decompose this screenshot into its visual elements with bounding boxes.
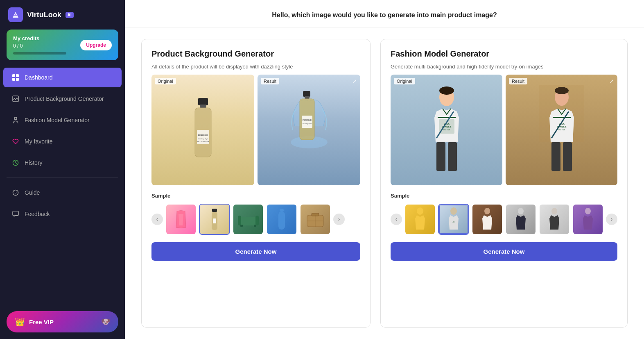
- sidebar-header: VirtuLook AI: [0, 0, 125, 30]
- svg-rect-27: [239, 217, 258, 225]
- greeting-text: Hello, which image would you like to gen…: [141, 11, 628, 19]
- product-thumb-5[interactable]: [300, 204, 331, 235]
- favorite-icon: [11, 137, 20, 146]
- product-original-image: Original PERFUME Dazzling Style EAU DE P…: [151, 75, 254, 185]
- svg-point-50: [555, 87, 569, 94]
- product-generate-button[interactable]: Generate Now: [151, 242, 360, 261]
- credits-value: 0 / 0: [13, 43, 66, 49]
- product-thumb-1[interactable]: [165, 204, 197, 235]
- svg-rect-24: [212, 209, 217, 212]
- fashion-generate-button[interactable]: Generate Now: [391, 242, 617, 261]
- fashion-thumb-4[interactable]: [505, 204, 536, 235]
- product-result-label: Result: [261, 78, 279, 84]
- svg-point-62: [518, 208, 524, 214]
- fashion-label: Fashion Model Generator: [25, 117, 90, 123]
- svg-rect-45: [436, 142, 445, 171]
- sidebar-item-favorite[interactable]: My favorite: [3, 132, 122, 151]
- fashion-sample-label: Sample: [391, 193, 617, 199]
- fashion-carousel-next[interactable]: ›: [606, 214, 617, 225]
- fashion-thumb-5[interactable]: [539, 204, 570, 235]
- upgrade-button[interactable]: Upgrade: [80, 40, 112, 50]
- free-vip-button[interactable]: 👑 Free VIP 🐶: [7, 311, 118, 332]
- vip-label: Free VIP: [29, 319, 54, 325]
- product-sample-label: Sample: [151, 193, 360, 199]
- dashboard-icon: [11, 73, 20, 82]
- product-bg-icon: [11, 95, 20, 103]
- product-original-label: Original: [155, 78, 176, 84]
- fashion-card: Fashion Model Generator Generate multi-b…: [380, 39, 628, 328]
- svg-rect-46: [448, 142, 457, 171]
- product-thumb-2-bg: [200, 205, 229, 234]
- svg-text:EAU DE PARFUM: EAU DE PARFUM: [197, 141, 209, 143]
- fashion-result-label: Result: [509, 78, 527, 84]
- svg-text:?: ?: [14, 191, 16, 195]
- svg-rect-21: [302, 116, 312, 128]
- fashion-card-title: Fashion Model Generator: [391, 49, 617, 59]
- history-icon: [11, 159, 20, 167]
- fashion-card-desc: Generate multi-background and high-fidel…: [391, 64, 617, 70]
- product-thumb-3[interactable]: [233, 204, 264, 235]
- product-carousel-prev[interactable]: ‹: [151, 214, 163, 225]
- product-thumb-2[interactable]: [199, 204, 230, 235]
- svg-rect-32: [280, 209, 284, 212]
- fashion-result-placeholder: JACK DANIEL'S OLD TIME: [506, 75, 617, 185]
- svg-rect-2: [12, 78, 15, 81]
- product-thumb-5-bg: [301, 205, 330, 234]
- fashion-original-image: Original: [391, 75, 502, 185]
- svg-rect-1: [16, 74, 19, 77]
- svg-rect-9: [13, 211, 18, 216]
- svg-rect-3: [16, 78, 19, 81]
- sidebar-item-history[interactable]: History: [3, 153, 122, 173]
- svg-rect-26: [213, 218, 216, 223]
- svg-text:Dazzling Style: Dazzling Style: [198, 138, 208, 140]
- svg-point-58: [417, 207, 423, 215]
- fashion-thumb-3[interactable]: [472, 204, 503, 235]
- fashion-sample-thumbs: JD: [404, 204, 603, 235]
- favorite-label: My favorite: [25, 138, 52, 145]
- fashion-thumb-1-bg: [405, 205, 435, 234]
- guide-label: Guide: [25, 189, 40, 196]
- sidebar-item-feedback[interactable]: Feedback: [3, 204, 122, 224]
- vip-icon: 👑: [15, 317, 25, 327]
- svg-point-39: [439, 86, 454, 95]
- sidebar-item-guide[interactable]: ? Guide: [3, 183, 122, 202]
- credits-bar-bg: [13, 52, 66, 55]
- svg-rect-51: [553, 117, 571, 118]
- svg-rect-19: [305, 96, 310, 99]
- fashion-thumb-3-bg: [472, 205, 502, 234]
- fashion-original-placeholder: JACK DANIEL'S OLD TIME: [391, 75, 502, 185]
- fashion-carousel-prev[interactable]: ‹: [391, 214, 402, 225]
- sidebar-item-product-bg[interactable]: Product Background Generator: [3, 89, 122, 109]
- feedback-icon: [11, 210, 20, 218]
- product-result-placeholder: PERFUME Dazzling Style: [258, 75, 360, 185]
- nav-divider: [7, 177, 118, 178]
- fashion-thumb-4-bg: [506, 205, 536, 234]
- fashion-original-label: Original: [394, 78, 415, 84]
- svg-text:JD: JD: [453, 221, 455, 223]
- svg-text:PERFUME: PERFUME: [302, 119, 311, 121]
- main-content: Hello, which image would you like to gen…: [125, 0, 644, 339]
- product-thumb-4[interactable]: [266, 204, 297, 235]
- svg-point-5: [14, 117, 17, 120]
- product-card-title: Product Background Generator: [151, 49, 360, 59]
- product-bg-card: Product Background Generator All details…: [141, 39, 371, 328]
- fashion-thumb-6-bg: [573, 205, 603, 234]
- product-sample-thumbs: [165, 204, 331, 235]
- fashion-thumb-1[interactable]: [404, 204, 436, 235]
- product-carousel-next[interactable]: ›: [333, 214, 345, 225]
- svg-rect-28: [238, 216, 241, 225]
- svg-rect-10: [198, 98, 208, 105]
- app-name: VirtuLook: [27, 11, 61, 19]
- fashion-thumb-6[interactable]: [572, 204, 603, 235]
- logo-icon: [8, 7, 23, 22]
- product-original-placeholder: PERFUME Dazzling Style EAU DE PARFUM: [151, 75, 254, 185]
- credits-label: My credits: [13, 35, 66, 41]
- product-thumb-4-bg: [267, 205, 296, 234]
- fashion-thumb-2[interactable]: JD: [438, 204, 469, 235]
- ai-badge: AI: [66, 12, 74, 18]
- sidebar-item-dashboard[interactable]: Dashboard: [3, 68, 122, 87]
- sidebar-item-fashion[interactable]: Fashion Model Generator: [3, 110, 122, 130]
- product-card-images: Original PERFUME Dazzling Style EAU DE P…: [151, 75, 360, 185]
- fashion-result-arrow-icon: ↗: [609, 78, 614, 84]
- cards-container: Product Background Generator All details…: [125, 27, 644, 339]
